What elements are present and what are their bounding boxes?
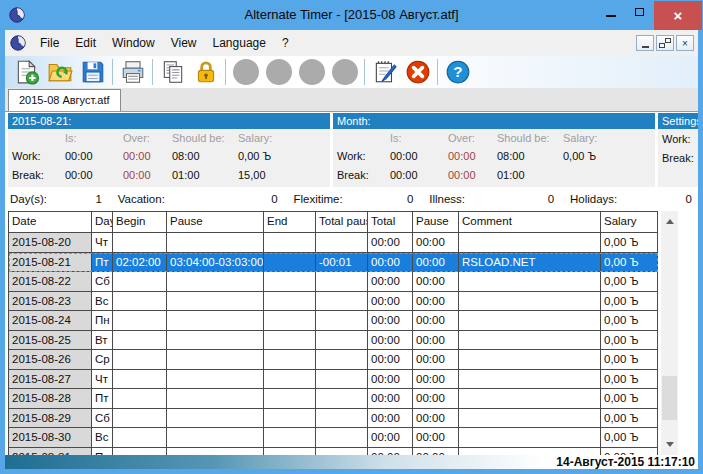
cell-salary[interactable]: 0,00 Ъ [601, 311, 658, 331]
cell-day[interactable]: Чт [92, 370, 113, 390]
column-header-day[interactable]: Day [92, 212, 113, 233]
print-button[interactable] [116, 57, 149, 87]
cell-salary[interactable]: 0,00 Ъ [601, 350, 658, 370]
cell-total[interactable]: 00:00 [368, 311, 413, 331]
cell-salary[interactable]: 0,00 Ъ [601, 292, 658, 312]
maximize-button[interactable] [625, 1, 654, 23]
cell-total-pause[interactable] [316, 448, 368, 456]
cell-comment[interactable]: RSLOAD.NET [459, 253, 601, 273]
cell-total[interactable]: 00:00 [368, 428, 413, 448]
cell-salary[interactable]: 0,00 Ъ [601, 428, 658, 448]
open-file-button[interactable] [43, 57, 76, 87]
cell-total[interactable]: 00:00 [368, 253, 413, 273]
cell-pause-actual[interactable]: 00:00 [413, 350, 459, 370]
cell-end[interactable] [264, 448, 316, 456]
cell-total-pause[interactable] [316, 370, 368, 390]
cell-total-pause[interactable] [316, 272, 368, 292]
cell-end[interactable] [264, 370, 316, 390]
cell-pause[interactable] [167, 409, 264, 429]
cell-total-pause[interactable] [316, 350, 368, 370]
column-header-begin[interactable]: Begin [113, 212, 167, 233]
cell-pause-actual[interactable]: 00:00 [413, 233, 459, 253]
cell-end[interactable] [264, 253, 316, 273]
cell-comment[interactable] [459, 272, 601, 292]
cell-comment[interactable] [459, 292, 601, 312]
cell-comment[interactable] [459, 370, 601, 390]
cell-total[interactable]: 00:00 [368, 331, 413, 351]
cell-salary[interactable]: 0,00 Ъ [601, 409, 658, 429]
cell-begin[interactable] [113, 428, 167, 448]
cell-salary[interactable]: 0,00 Ъ [601, 331, 658, 351]
cell-total-pause[interactable] [316, 409, 368, 429]
cell-day[interactable]: Сб [92, 272, 113, 292]
cell-pause[interactable] [167, 311, 264, 331]
copy-button[interactable] [156, 57, 189, 87]
cell-total-pause[interactable] [316, 428, 368, 448]
menu-help[interactable]: ? [274, 30, 297, 56]
cell-pause-actual[interactable]: 00:00 [413, 428, 459, 448]
cell-pause-actual[interactable]: 00:00 [413, 253, 459, 273]
save-button[interactable] [76, 57, 109, 87]
cell-pause[interactable]: 03:04:00-03:03:00 [167, 253, 264, 273]
cell-pause[interactable] [167, 389, 264, 409]
cell-total[interactable]: 00:00 [368, 370, 413, 390]
cell-begin[interactable] [113, 233, 167, 253]
column-header-total[interactable]: Total [368, 212, 413, 233]
cell-pause[interactable] [167, 428, 264, 448]
cell-salary[interactable]: 0,00 Ъ [601, 448, 658, 456]
column-header-pause[interactable]: Pause [167, 212, 264, 233]
cell-end[interactable] [264, 233, 316, 253]
cell-begin[interactable] [113, 409, 167, 429]
cell-pause-actual[interactable]: 00:00 [413, 292, 459, 312]
cell-comment[interactable] [459, 350, 601, 370]
cell-salary[interactable]: 0,00 Ъ [601, 370, 658, 390]
vertical-scrollbar[interactable] [661, 211, 678, 455]
cell-comment[interactable] [459, 233, 601, 253]
cell-total[interactable]: 00:00 [368, 350, 413, 370]
cell-total[interactable]: 00:00 [368, 409, 413, 429]
cell-pause[interactable] [167, 272, 264, 292]
cell-begin[interactable] [113, 272, 167, 292]
mdi-close-button[interactable]: × [676, 35, 694, 51]
cell-comment[interactable] [459, 428, 601, 448]
cell-pause-actual[interactable]: 00:00 [413, 272, 459, 292]
cell-day[interactable]: Пт [92, 253, 113, 273]
cell-total[interactable]: 00:00 [368, 292, 413, 312]
cell-begin[interactable] [113, 331, 167, 351]
exit-button[interactable] [401, 57, 434, 87]
cell-day[interactable]: Чт [92, 233, 113, 253]
cell-day[interactable]: Пн [92, 311, 113, 331]
cell-pause[interactable] [167, 331, 264, 351]
cell-salary[interactable]: 0,00 Ъ [601, 389, 658, 409]
new-file-button[interactable] [10, 57, 43, 87]
cell-end[interactable] [264, 331, 316, 351]
cell-day[interactable]: Сб [92, 409, 113, 429]
cell-total-pause[interactable] [316, 233, 368, 253]
cell-begin[interactable] [113, 448, 167, 456]
cell-comment[interactable] [459, 331, 601, 351]
menu-window[interactable]: Window [104, 30, 163, 56]
cell-day[interactable]: Вс [92, 292, 113, 312]
scrollbar-thumb[interactable] [662, 376, 677, 420]
cell-pause[interactable] [167, 448, 264, 456]
column-header-comment[interactable]: Comment [459, 212, 601, 233]
column-header-date[interactable]: Date [9, 212, 92, 233]
cell-begin[interactable] [113, 292, 167, 312]
close-button[interactable]: × [654, 1, 702, 30]
cell-begin[interactable] [113, 350, 167, 370]
column-header-pause-actual[interactable]: Pause [413, 212, 459, 233]
menu-file[interactable]: File [32, 30, 67, 56]
cell-salary[interactable]: 0,00 Ъ [601, 272, 658, 292]
tab-active-document[interactable]: 2015-08 Август.atf [8, 89, 121, 111]
column-header-salary[interactable]: Salary [601, 212, 658, 233]
cell-pause[interactable] [167, 350, 264, 370]
scroll-up-button[interactable] [661, 213, 678, 230]
cell-pause-actual[interactable]: 00:00 [413, 370, 459, 390]
cell-end[interactable] [264, 272, 316, 292]
cell-total-pause[interactable]: -00:01 [316, 253, 368, 273]
edit-notes-button[interactable] [368, 57, 401, 87]
cell-end[interactable] [264, 292, 316, 312]
cell-pause-actual[interactable]: 00:00 [413, 448, 459, 456]
cell-day[interactable]: Ср [92, 350, 113, 370]
cell-comment[interactable] [459, 311, 601, 331]
